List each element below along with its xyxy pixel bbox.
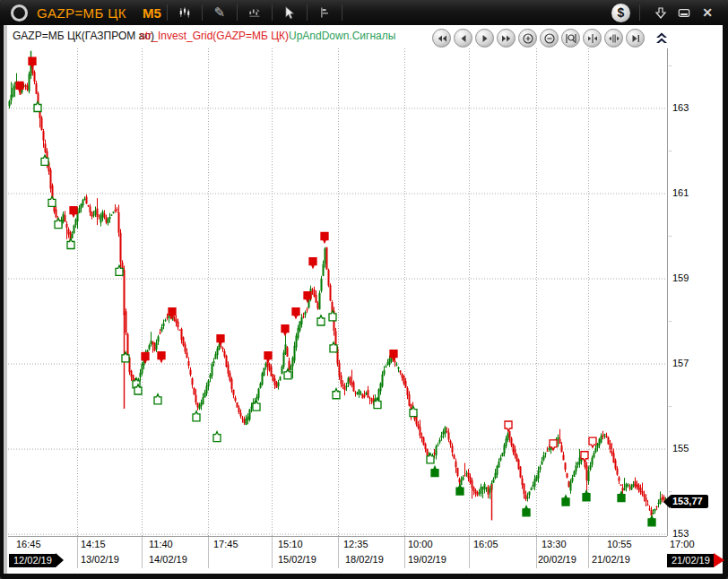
- candle-body: [359, 390, 360, 395]
- candle-body: [278, 382, 280, 386]
- candle-body: [149, 345, 151, 349]
- candle-body: [565, 462, 567, 470]
- candle-body: [233, 390, 235, 395]
- candle-body: [72, 234, 74, 238]
- candle-body: [165, 320, 167, 321]
- candle-body: [498, 462, 500, 467]
- candle-body: [622, 488, 624, 490]
- candle-body: [524, 484, 525, 495]
- chart-style-button[interactable]: [243, 3, 266, 22]
- cursor-button[interactable]: [278, 3, 301, 22]
- candle-body: [127, 334, 129, 358]
- sell-signal-marker: [217, 335, 224, 345]
- candle-body: [484, 484, 486, 489]
- candle-body: [217, 349, 219, 355]
- candle-body: [570, 481, 572, 491]
- candle-body: [269, 363, 271, 370]
- candle-body: [224, 351, 226, 357]
- candle-body: [14, 86, 16, 88]
- chart-nav-toolbar: [432, 29, 645, 48]
- candle-body: [118, 212, 120, 233]
- candle-body: [174, 316, 176, 321]
- last-price-value: 153,77: [670, 495, 708, 508]
- candle-body: [394, 361, 396, 363]
- candle-body: [400, 371, 402, 373]
- close-button[interactable]: ✕: [696, 3, 719, 22]
- candle-body: [547, 451, 549, 452]
- candle-body: [362, 394, 364, 399]
- candle-body: [475, 490, 477, 494]
- candle-body: [151, 341, 152, 344]
- candle-body: [328, 270, 330, 286]
- collapse-panel-button[interactable]: [654, 30, 669, 45]
- separator: [167, 4, 168, 21]
- nav-expand-horizontal-button[interactable]: [604, 29, 623, 48]
- levels-button[interactable]: [313, 3, 336, 22]
- candle-body: [649, 508, 651, 509]
- nav-fast-backward-button[interactable]: [432, 29, 451, 48]
- time-tick-label: 16:45: [16, 539, 41, 549]
- candle-body: [50, 169, 52, 188]
- candle-body: [604, 434, 606, 435]
- candle-body: [208, 381, 210, 387]
- candle-body: [238, 408, 240, 412]
- download-button[interactable]: [649, 3, 672, 22]
- timeframe-label: M5: [143, 5, 161, 21]
- candle-body: [502, 453, 504, 456]
- nav-step-backward-button[interactable]: [454, 29, 472, 48]
- candle-body: [84, 199, 86, 200]
- candle-body: [409, 394, 411, 406]
- titlebar[interactable]: GAZP=МБ ЦК M5 ✎: [0, 0, 728, 25]
- candle-body: [246, 419, 247, 425]
- candle-body: [654, 509, 656, 511]
- end-date-value: 21/02/19: [667, 554, 714, 567]
- time-tick-label: 11:40: [149, 539, 173, 549]
- candle-body: [545, 454, 547, 454]
- candle-body: [120, 233, 122, 263]
- candle-body: [91, 212, 93, 216]
- currency-button[interactable]: $: [611, 4, 630, 22]
- candle-body: [152, 341, 154, 344]
- nav-zoom-in-button[interactable]: [518, 29, 537, 48]
- candle-body: [330, 285, 332, 300]
- restore-button[interactable]: [672, 3, 696, 22]
- candle-body: [538, 471, 540, 479]
- candle-body: [507, 434, 509, 440]
- fast-backward-icon: [436, 32, 448, 45]
- chart-plot[interactable]: [0, 0, 728, 579]
- candle-body: [240, 413, 242, 417]
- candle-body: [230, 373, 231, 380]
- corner-time-label: 17:00: [670, 539, 695, 549]
- candle-body: [100, 215, 102, 223]
- price-tick-label: 153: [672, 528, 689, 539]
- candle-body: [111, 215, 113, 216]
- app-logo-ring-icon: [11, 4, 28, 22]
- candle-body: [563, 454, 565, 460]
- nav-zoom-out-button[interactable]: [540, 29, 559, 48]
- candle-body: [651, 510, 653, 515]
- candle-body: [631, 485, 633, 489]
- start-badge-arrow-icon: [56, 553, 64, 567]
- nav-go-to-end-button[interactable]: [626, 29, 645, 48]
- candle-body: [126, 311, 127, 333]
- last-price-tag: 153,77: [663, 495, 708, 508]
- candle-body: [488, 487, 490, 495]
- zoom-range-icon: [565, 32, 577, 45]
- nav-step-forward-button[interactable]: [475, 29, 494, 48]
- nav-fast-forward-button[interactable]: [497, 29, 516, 48]
- candle-body: [588, 471, 590, 481]
- candle-body: [542, 462, 543, 465]
- candlestick-style-button[interactable]: [173, 3, 196, 22]
- buy-signal-marker: [562, 496, 569, 506]
- nav-compress-horizontal-button[interactable]: [583, 29, 602, 48]
- nav-zoom-range-button[interactable]: [561, 29, 580, 48]
- candle-body: [610, 444, 611, 449]
- candle-body: [436, 446, 438, 455]
- candle-body: [457, 468, 459, 476]
- candle-body: [568, 481, 570, 487]
- draw-button[interactable]: ✎: [208, 3, 231, 22]
- dollar-icon: $: [618, 5, 625, 20]
- candle-body: [142, 364, 143, 374]
- candle-body: [405, 381, 407, 387]
- date-tick-label: 18/02/19: [345, 554, 384, 565]
